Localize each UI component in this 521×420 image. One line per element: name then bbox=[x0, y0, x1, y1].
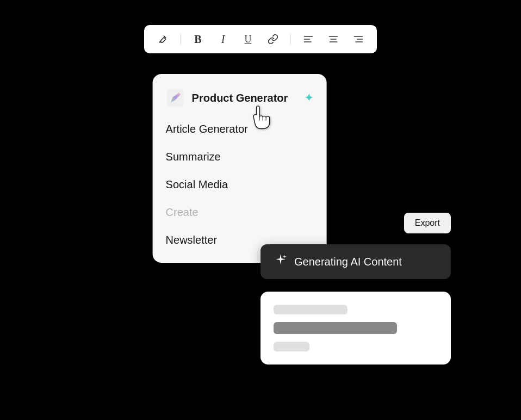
skeleton-line-1 bbox=[274, 305, 348, 314]
underline-icon[interactable]: U bbox=[240, 32, 256, 47]
divider-2 bbox=[290, 33, 291, 45]
ai-generating-toast: Generating AI Content bbox=[260, 244, 451, 279]
skeleton-line-2 bbox=[274, 322, 397, 334]
italic-icon[interactable]: I bbox=[215, 32, 231, 47]
menu-item-social-media[interactable]: Social Media bbox=[153, 171, 327, 199]
skeleton-line-3 bbox=[274, 342, 309, 351]
align-center-icon[interactable] bbox=[326, 32, 341, 47]
menu-item-create[interactable]: Create bbox=[153, 199, 327, 226]
menu-item-summarize[interactable]: Summarize bbox=[153, 143, 327, 171]
ai-menu-dropdown: Product Generator ✦ Article Generator Su… bbox=[153, 74, 327, 263]
menu-header[interactable]: Product Generator ✦ bbox=[153, 83, 327, 115]
align-left-icon[interactable] bbox=[301, 32, 316, 47]
content-preview-card bbox=[260, 292, 451, 365]
formatting-toolbar: B I U bbox=[144, 25, 377, 53]
divider-1 bbox=[180, 33, 181, 45]
sparkle-header-icon: ✦ bbox=[304, 91, 314, 105]
bold-icon[interactable]: B bbox=[190, 32, 206, 47]
highlight-icon[interactable] bbox=[155, 32, 170, 47]
menu-title: Product Generator bbox=[192, 92, 297, 104]
ai-sparkle-icon bbox=[274, 253, 288, 270]
align-right-icon[interactable] bbox=[351, 32, 366, 47]
app-logo bbox=[166, 88, 185, 108]
link-icon[interactable] bbox=[265, 32, 281, 47]
menu-item-article-generator[interactable]: Article Generator bbox=[153, 115, 327, 143]
ai-toast-label: Generating AI Content bbox=[294, 256, 402, 268]
export-button[interactable]: Export bbox=[404, 213, 451, 233]
